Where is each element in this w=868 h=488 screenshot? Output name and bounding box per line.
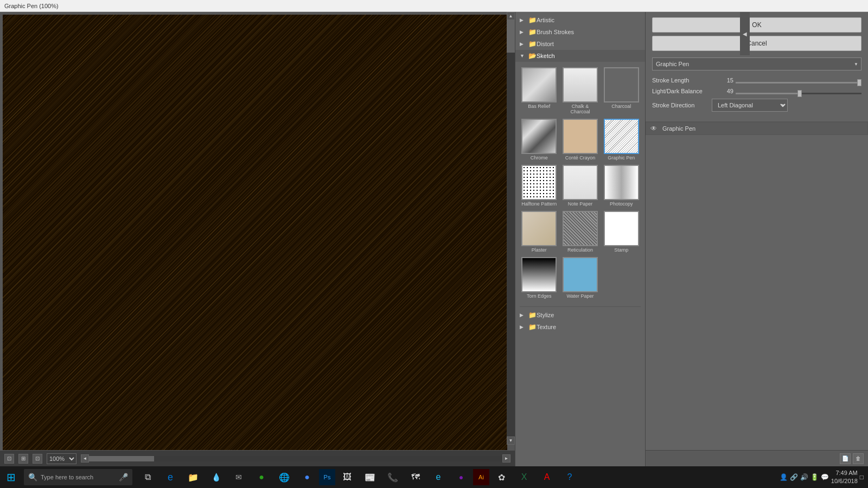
thumb-chrome[interactable]: Chrome	[520, 118, 559, 162]
preview-scrollbar-v[interactable]: ▲ ▼	[507, 12, 515, 445]
light-dark-slider-area	[736, 88, 861, 94]
scroll-track-v	[507, 20, 515, 436]
tray-network-icon[interactable]: 🔗	[790, 473, 798, 481]
browser2-icon[interactable]: 📰	[359, 466, 381, 488]
layer-panel: 👁 Graphic Pen 📄 🗑	[646, 122, 868, 466]
category-label-stylize: Stylize	[537, 312, 554, 318]
thumb-chalk-charcoal[interactable]: Chalk & Charcoal	[561, 66, 600, 115]
stroke-direction-select[interactable]: Left Diagonal Right Diagonal Horizontal …	[712, 99, 788, 112]
thumb-img-charcoal	[604, 67, 639, 102]
scroll-right-btn[interactable]: ►	[502, 454, 510, 463]
system-tray: 👤 🔗 🔊 🔋 💬 7:49 AM 10/6/2018 □	[775, 469, 868, 486]
preview-area: ▲ ▼ ⊡ ⊞ ⊡ 100% ◄ ►	[0, 12, 515, 466]
task-view-btn[interactable]: ⧉	[137, 466, 158, 488]
acrobat-icon[interactable]: A	[536, 466, 558, 488]
chrome-icon[interactable]: ●	[296, 466, 318, 488]
layer-eye-icon[interactable]: 👁	[650, 125, 659, 132]
thumb-plaster[interactable]: Plaster	[520, 210, 559, 254]
dropbox-icon[interactable]: 💧	[205, 466, 227, 488]
excel-icon[interactable]: X	[513, 466, 535, 488]
taskbar-search[interactable]: 🔍 Type here to search 🎤	[24, 469, 132, 485]
thumb-img-chalk	[563, 67, 598, 102]
maps-icon[interactable]: 🗺	[405, 466, 426, 488]
scroll-down-btn[interactable]: ▼	[507, 436, 515, 445]
thumb-photocopy[interactable]: Photocopy	[602, 164, 641, 208]
tree-item-distort[interactable]: ▶ 📁 Distort	[515, 38, 645, 50]
zoom-select[interactable]: 100%	[47, 453, 76, 464]
tray-volume-icon[interactable]: 🔊	[800, 473, 808, 481]
category-label: Distort	[537, 41, 554, 47]
indesign-icon[interactable]: ✿	[490, 466, 512, 488]
stroke-length-track	[736, 82, 861, 84]
filter-panel: ▶ 📁 Artistic ▶ 📁 Brush Strokes ▶ 📁 Disto…	[515, 12, 646, 466]
bridge-icon[interactable]: 🖼	[336, 466, 358, 488]
tray-user-icon[interactable]: 👤	[780, 473, 788, 481]
fit-btn[interactable]: ⊡	[4, 454, 14, 464]
illustrator-icon[interactable]: Ai	[473, 469, 489, 485]
scroll-up-btn[interactable]: ▲	[507, 12, 515, 20]
phone-icon[interactable]: 📞	[382, 466, 404, 488]
thumb-charcoal[interactable]: Charcoal	[602, 66, 641, 115]
cancel-button[interactable]: Cancel	[652, 36, 861, 51]
main-layout: ▲ ▼ ⊡ ⊞ ⊡ 100% ◄ ►	[0, 12, 868, 466]
direction-select-wrapper: Left Diagonal Right Diagonal Horizontal …	[712, 99, 788, 112]
onenote-icon[interactable]: ●	[450, 466, 472, 488]
thumb-label-torn-edges: Torn Edges	[527, 293, 552, 299]
thumb-graphic-pen[interactable]: Graphic Pen	[602, 118, 641, 162]
thumb-conte-crayon[interactable]: Conté Crayon	[561, 118, 600, 162]
tree-item-texture[interactable]: ▶ 📁 Texture	[515, 321, 645, 333]
scroll-thumb-v[interactable]	[507, 20, 515, 53]
time-display: 7:49 AM	[831, 469, 858, 477]
thumb-torn-edges[interactable]: Torn Edges	[520, 256, 559, 300]
thumb-label-plaster: Plaster	[532, 247, 547, 253]
mail-icon[interactable]: ✉	[228, 466, 250, 488]
thumb-reticulation[interactable]: Reticulation	[561, 210, 600, 254]
explorer-icon[interactable]: 📁	[182, 466, 204, 488]
action-center-icon[interactable]: □	[860, 473, 864, 481]
start-button[interactable]: ⊞	[0, 466, 22, 488]
layer-delete-btn[interactable]: 🗑	[853, 453, 864, 464]
windows-icon: ⊞	[7, 471, 16, 484]
citrix-icon[interactable]: 🌐	[273, 466, 295, 488]
quickbooks-icon[interactable]: ●	[251, 466, 272, 488]
tray-battery-icon[interactable]: 🔋	[810, 473, 819, 481]
ok-button[interactable]: OK	[652, 17, 861, 33]
light-dark-thumb[interactable]	[797, 90, 802, 97]
thumb-halftone-pattern[interactable]: Halftone Pattern	[520, 164, 559, 208]
tray-notification-icon[interactable]: 💬	[821, 473, 829, 481]
ie-icon[interactable]: e	[427, 466, 449, 488]
tree-item-artistic[interactable]: ▶ 📁 Artistic	[515, 14, 645, 26]
collapse-btn[interactable]: ◀	[740, 12, 750, 55]
thumb-water-paper[interactable]: Water Paper	[561, 256, 600, 300]
help-icon[interactable]: ?	[559, 466, 580, 488]
thumb-img-photocopy	[604, 165, 639, 200]
light-dark-control: Light/Dark Balance 49	[652, 88, 861, 94]
stroke-layer	[3, 15, 507, 453]
scroll-thumb-h[interactable]	[89, 456, 154, 461]
thumb-stamp[interactable]: Stamp	[602, 210, 641, 254]
folder-icon: 📁	[528, 323, 537, 331]
layer-new-btn[interactable]: 📄	[840, 453, 851, 464]
action-buttons: OK Cancel	[652, 17, 861, 51]
actual-size-btn[interactable]: ⊞	[18, 454, 28, 464]
filter-name-row: Graphic Pen Bas Relief Chalk & Charcoal …	[652, 57, 861, 70]
thumb-label-charcoal: Charcoal	[611, 104, 631, 109]
stroke-length-thumb[interactable]	[857, 79, 861, 86]
right-panel: ◀ OK Cancel Graphic Pen Bas Relief Chalk…	[646, 12, 868, 466]
tree-item-sketch[interactable]: ▼ 📂 Sketch	[515, 50, 645, 62]
preview-canvas	[3, 15, 507, 453]
filter-name-select[interactable]: Graphic Pen Bas Relief Chalk & Charcoal …	[652, 57, 861, 70]
tree-item-stylize[interactable]: ▶ 📁 Stylize	[515, 309, 645, 321]
filter-select-wrapper: Graphic Pen Bas Relief Chalk & Charcoal …	[652, 57, 861, 70]
light-dark-fill	[736, 93, 797, 94]
photoshop-icon[interactable]: Ps	[319, 469, 335, 485]
edge-icon[interactable]: e	[159, 466, 181, 488]
thumb-bas-relief[interactable]: Bas Relief	[520, 66, 559, 115]
scroll-left-btn[interactable]: ◄	[81, 454, 89, 463]
stroke-length-label: Stroke Length	[652, 77, 712, 84]
tray-icons: 👤 🔗 🔊 🔋 💬	[780, 473, 829, 481]
thumb-note-paper[interactable]: Note Paper	[561, 164, 600, 208]
zoom-btn[interactable]: ⊡	[33, 454, 42, 464]
date-display: 10/6/2018	[831, 477, 858, 485]
tree-item-brush-strokes[interactable]: ▶ 📁 Brush Strokes	[515, 26, 645, 38]
